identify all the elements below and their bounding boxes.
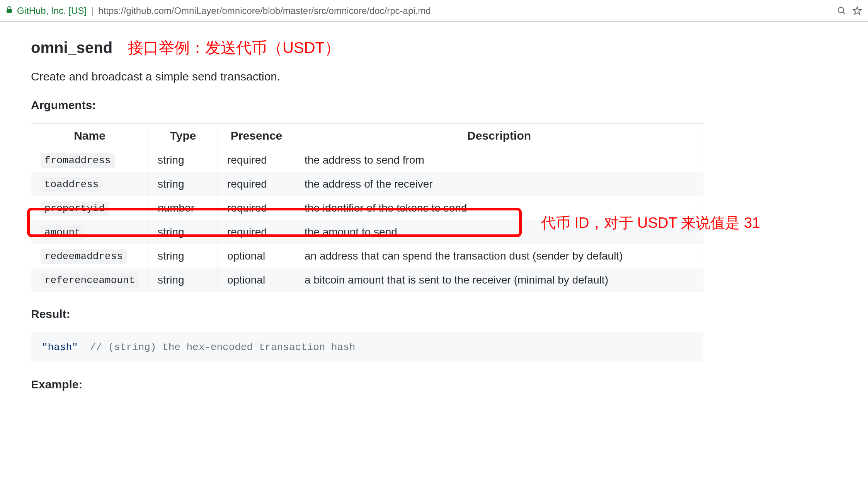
page-url: https://github.com/OmniLayer/omnicore/bl… (98, 5, 832, 16)
arg-name: amount (41, 225, 85, 240)
arg-description: a bitcoin amount that is sent to the rec… (295, 268, 703, 292)
table-header-row: Name Type Presence Description (31, 124, 703, 148)
arg-name: redeemaddress (41, 249, 127, 264)
arguments-heading: Arguments: (31, 99, 819, 112)
arg-presence: optional (218, 244, 295, 268)
arg-name: toaddress (41, 177, 102, 192)
site-identity-label: GitHub, Inc. [US] (17, 5, 87, 16)
col-header-description: Description (295, 124, 703, 148)
arg-presence: required (218, 196, 295, 220)
arg-description: an address that can spend the transactio… (295, 244, 703, 268)
arg-presence: required (218, 148, 295, 172)
bookmark-star-icon[interactable] (851, 5, 863, 17)
arg-presence: required (218, 172, 295, 196)
arg-name: fromaddress (41, 153, 115, 168)
arg-name: referenceamount (41, 273, 139, 288)
browser-url-bar[interactable]: GitHub, Inc. [US] | https://github.com/O… (0, 0, 868, 22)
result-hash-literal: "hash" (42, 342, 78, 353)
table-row: redeemaddress string optional an address… (31, 244, 703, 268)
result-code-block: "hash" // (string) the hex-encoded trans… (31, 332, 703, 362)
col-header-type: Type (148, 124, 218, 148)
svg-marker-3 (853, 7, 861, 14)
api-method-name: omni_send (31, 39, 112, 56)
url-divider: | (91, 5, 94, 16)
svg-line-2 (843, 12, 845, 14)
result-comment: // (string) the hex-encoded transaction … (90, 342, 356, 353)
arg-description: the address of the receiver (295, 172, 703, 196)
api-heading-row: omni_send 接口举例：发送代币（USDT） (31, 37, 819, 58)
row-annotation: 代币 ID，对于 USDT 来说值是 31 (541, 213, 760, 233)
arg-type: number (148, 196, 218, 220)
arg-type: string (148, 148, 218, 172)
document-content: omni_send 接口举例：发送代币（USDT） Create and bro… (0, 22, 850, 418)
arg-type: string (148, 172, 218, 196)
svg-rect-0 (7, 9, 12, 13)
arg-name: propertyid (41, 201, 109, 216)
arg-type: string (148, 244, 218, 268)
arg-presence: required (218, 220, 295, 244)
arguments-table-wrapper: Name Type Presence Description fromaddre… (31, 123, 819, 292)
api-description: Create and broadcast a simple send trans… (31, 70, 819, 83)
table-row: referenceamount string optional a bitcoi… (31, 268, 703, 292)
arg-presence: optional (218, 268, 295, 292)
arg-description: the address to send from (295, 148, 703, 172)
table-row: toaddress string required the address of… (31, 172, 703, 196)
api-title-annotation: 接口举例：发送代币（USDT） (128, 37, 340, 58)
col-header-name: Name (31, 124, 148, 148)
zoom-icon[interactable] (836, 5, 848, 17)
lock-icon (5, 5, 14, 17)
example-heading: Example: (31, 378, 819, 391)
table-row: fromaddress string required the address … (31, 148, 703, 172)
col-header-presence: Presence (218, 124, 295, 148)
result-heading: Result: (31, 308, 819, 321)
arguments-table: Name Type Presence Description fromaddre… (31, 123, 703, 292)
arg-type: string (148, 220, 218, 244)
svg-point-1 (838, 7, 844, 13)
arg-type: string (148, 268, 218, 292)
